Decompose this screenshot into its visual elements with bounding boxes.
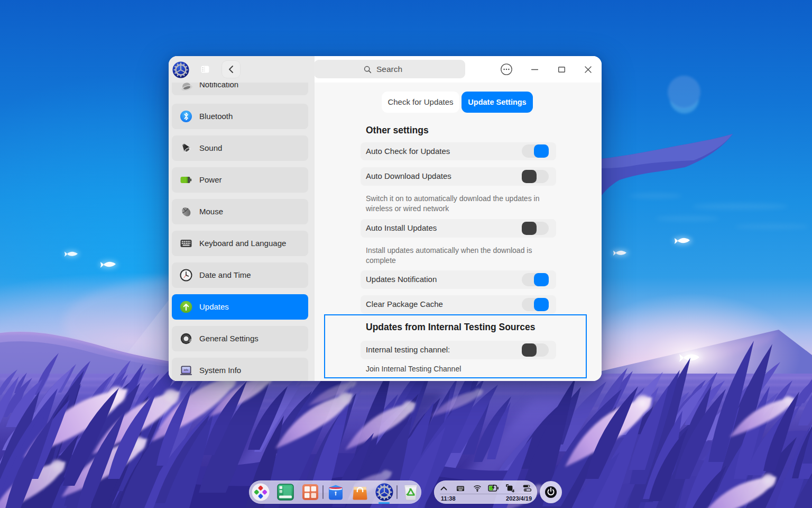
svg-text:info: info: [184, 369, 189, 371]
